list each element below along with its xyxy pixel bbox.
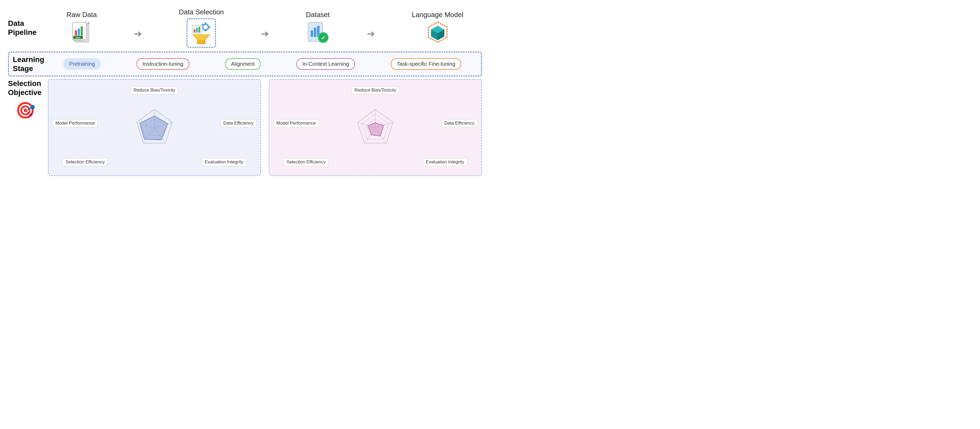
pink-label-bottom-left: Selection Efficiency — [283, 158, 329, 166]
radar-labels-blue: Reduce Bias/Toxicity Model Performance D… — [52, 85, 256, 170]
blue-label-left: Model Performance — [52, 119, 98, 127]
data-selection-icon — [187, 18, 216, 48]
pill-alignment[interactable]: Alignment — [225, 58, 261, 70]
svg-rect-5 — [81, 26, 83, 36]
raw-data-title: Raw Data — [67, 11, 97, 19]
svg-rect-13 — [205, 22, 206, 24]
pill-in-context[interactable]: In-Context Learning — [296, 58, 355, 70]
svg-text:+: + — [87, 21, 90, 26]
target-icon: 🎯 — [8, 101, 43, 120]
pipeline-step-lm: Language Model — [412, 11, 463, 45]
radar-panel-blue: Reduce Bias/Toxicity Model Performance D… — [48, 79, 261, 176]
pink-label-left: Model Performance — [274, 119, 319, 127]
radar-svg-pink — [349, 102, 402, 156]
svg-rect-16 — [208, 26, 210, 28]
svg-text:RAW: RAW — [75, 37, 80, 39]
pink-label-right: Data Efficiency — [441, 119, 477, 127]
lm-title: Language Model — [412, 11, 463, 19]
blue-label-top: Reduce Bias/Toxicity — [131, 86, 178, 94]
main-container: Data Pipeline Raw Data — [0, 0, 490, 214]
svg-rect-14 — [205, 29, 206, 32]
svg-text:+: + — [327, 32, 329, 36]
stage-pills: Pretraining Instruction-tuning Alignment… — [48, 58, 477, 70]
svg-text:+: + — [85, 21, 87, 23]
pipeline-label: Data Pipeline — [8, 19, 43, 37]
pipeline-step-dataset: Dataset ✓ + — [306, 11, 330, 45]
objective-title: Selection Objective — [8, 79, 43, 97]
svg-rect-19 — [194, 29, 196, 32]
arrow-1: ➔ — [134, 28, 142, 40]
svg-rect-20 — [196, 28, 198, 32]
svg-rect-21 — [199, 27, 200, 32]
radar-svg-blue — [128, 102, 181, 156]
radar-labels-pink: Reduce Bias/Toxicity Model Performance D… — [274, 85, 477, 170]
pipeline-steps: Raw Data RAW — [43, 8, 482, 48]
pipeline-step-data-selection: Data Selection — [179, 8, 224, 48]
blue-label-right: Data Efficiency — [220, 119, 256, 127]
svg-rect-3 — [75, 30, 77, 36]
svg-marker-23 — [193, 35, 210, 40]
pipeline-row: Data Pipeline Raw Data — [8, 8, 482, 48]
radar-panels: Reduce Bias/Toxicity Model Performance D… — [48, 79, 482, 176]
svg-marker-56 — [368, 123, 383, 136]
svg-point-12 — [204, 25, 208, 29]
pill-fine-tuning[interactable]: Task-specific Fine-tuning — [391, 58, 461, 70]
data-selection-title: Data Selection — [179, 8, 224, 16]
svg-rect-4 — [78, 29, 80, 36]
dataset-title: Dataset — [306, 11, 330, 19]
pill-instruction-tuning[interactable]: Instruction-tuning — [137, 58, 189, 70]
radar-panel-pink: Reduce Bias/Toxicity Model Performance D… — [269, 79, 482, 176]
svg-rect-26 — [314, 28, 316, 37]
svg-text:✓: ✓ — [321, 35, 325, 41]
pink-label-top: Reduce Bias/Toxicity — [352, 86, 399, 94]
learning-stage-label: Learning Stage — [13, 55, 48, 73]
dataset-icon: ✓ + — [306, 21, 330, 45]
pipeline-step-raw-data: Raw Data RAW — [67, 11, 97, 45]
arrow-3: ➔ — [367, 28, 375, 40]
blue-label-bottom-right: Evaluation Integrity — [202, 158, 246, 166]
bottom-row: Selection Objective 🎯 Reduce Bias/Toxici… — [8, 79, 482, 176]
lm-icon — [426, 21, 450, 45]
arrow-2: ➔ — [261, 28, 269, 40]
raw-data-icon: RAW + + — [70, 21, 94, 45]
pink-label-bottom-right: Evaluation Integrity — [423, 158, 467, 166]
objective-label-area: Selection Objective 🎯 — [8, 79, 43, 120]
learning-stage-row: Learning Stage Pretraining Instruction-t… — [8, 52, 482, 76]
svg-rect-25 — [311, 30, 313, 37]
pill-pretraining[interactable]: Pretraining — [64, 58, 101, 70]
blue-label-bottom-left: Selection Efficiency — [62, 158, 108, 166]
